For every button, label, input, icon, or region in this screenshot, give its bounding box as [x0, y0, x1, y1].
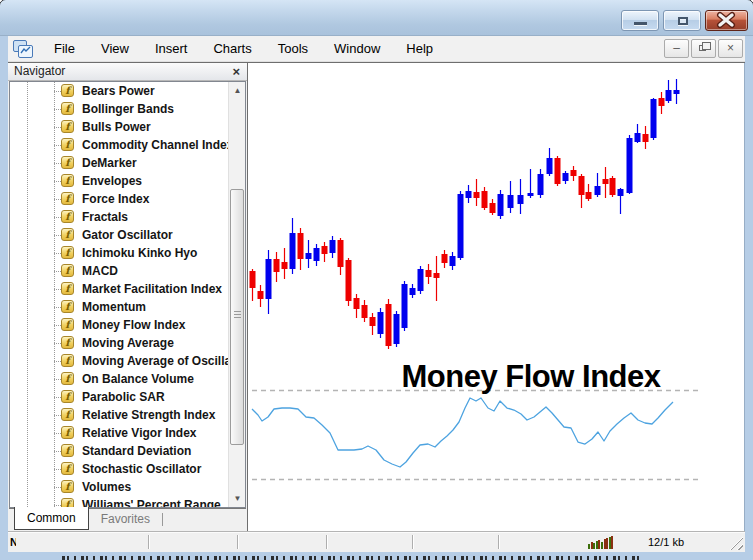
navigator-item-gator-oscillator[interactable]: fGator Oscillator [10, 226, 228, 244]
indicator-function-icon: f [61, 84, 74, 97]
navigator-item-label: Williams' Percent Range [82, 498, 221, 508]
menu-item-tools[interactable]: Tools [265, 37, 321, 60]
menu-item-window[interactable]: Window [321, 37, 393, 60]
navigator-item-ichimoku-kinko-hyo[interactable]: fIchimoku Kinko Hyo [10, 244, 228, 262]
indicator-function-icon: f [61, 372, 74, 385]
statusbar-separator [412, 535, 413, 549]
chart-area[interactable]: Money Flow Index [248, 63, 745, 532]
scroll-up-icon[interactable]: ▲ [229, 82, 246, 99]
menu-bar: FileViewInsertChartsToolsWindowHelp – × [8, 36, 745, 62]
mdi-minimize-button[interactable]: – [664, 39, 689, 58]
navigator-close-icon[interactable]: × [232, 63, 240, 80]
navigator-item-label: Parabolic SAR [82, 390, 165, 404]
navigator-item-label: Relative Strength Index [82, 408, 215, 422]
indicator-function-icon: f [61, 390, 74, 403]
chart-svg: Money Flow Index [248, 63, 745, 532]
navigator-scrollbar[interactable]: ▲ ▼ [228, 82, 245, 507]
indicator-function-icon: f [61, 138, 74, 151]
navigator-item-label: Moving Average of Oscillator [82, 354, 228, 368]
navigator-item-demarker[interactable]: fDeMarker [10, 154, 228, 172]
indicator-function-icon: f [61, 174, 74, 187]
resize-grip[interactable] [729, 536, 743, 550]
navigator-item-market-facilitation-index[interactable]: fMarket Facilitation Index [10, 280, 228, 298]
navigator-item-money-flow-index[interactable]: fMoney Flow Index [10, 316, 228, 334]
navigator-item-standard-deviation[interactable]: fStandard Deviation [10, 442, 228, 460]
mt4-window: FileViewInsertChartsToolsWindowHelp – × … [0, 0, 753, 560]
minimize-button[interactable] [621, 10, 659, 31]
menu-item-insert[interactable]: Insert [142, 37, 201, 60]
navigator-item-macd[interactable]: fMACD [10, 262, 228, 280]
indicator-function-icon: f [61, 408, 74, 421]
indicator-function-icon: f [61, 462, 74, 475]
menu-item-help[interactable]: Help [393, 37, 446, 60]
menu-item-view[interactable]: View [88, 37, 142, 60]
navigator-item-label: Stochastic Oscillator [82, 462, 201, 476]
scroll-down-icon[interactable]: ▼ [229, 490, 246, 507]
navigator-item-label: Fractals [82, 210, 128, 224]
statusbar-separator [326, 535, 327, 549]
navigator-item-label: Momentum [82, 300, 146, 314]
title-bar[interactable] [0, 0, 753, 36]
navigator-item-fractals[interactable]: fFractals [10, 208, 228, 226]
indicator-function-icon: f [61, 156, 74, 169]
close-button[interactable] [705, 10, 748, 31]
navigator-item-label: Bulls Power [82, 120, 151, 134]
tab-common[interactable]: Common [14, 507, 89, 530]
navigator-item-on-balance-volume[interactable]: fOn Balance Volume [10, 370, 228, 388]
navigator-item-bulls-power[interactable]: fBulls Power [10, 118, 228, 136]
clipped-page-text [62, 556, 642, 560]
indicator-function-icon: f [61, 264, 74, 277]
navigator-item-label: Standard Deviation [82, 444, 191, 458]
indicator-title: Money Flow Index [402, 359, 662, 394]
navigator-item-label: Relative Vigor Index [82, 426, 197, 440]
navigator-item-label: Force Index [82, 192, 149, 206]
status-bar: N 12/1 kb [8, 531, 745, 552]
navigator-item-bears-power[interactable]: fBears Power [10, 82, 228, 100]
navigator-header[interactable]: Navigator × [8, 63, 247, 81]
network-traffic-icon [588, 536, 614, 549]
navigator-item-relative-strength-index[interactable]: fRelative Strength Index [10, 406, 228, 424]
navigator-item-parabolic-sar[interactable]: fParabolic SAR [10, 388, 228, 406]
close-icon [706, 11, 747, 30]
statusbar-separator [498, 535, 499, 549]
navigator-item-momentum[interactable]: fMomentum [10, 298, 228, 316]
menu-item-file[interactable]: File [41, 37, 88, 60]
minimize-icon [634, 22, 647, 25]
navigator-item-stochastic-oscillator[interactable]: fStochastic Oscillator [10, 460, 228, 478]
navigator-item-relative-vigor-index[interactable]: fRelative Vigor Index [10, 424, 228, 442]
indicator-function-icon: f [61, 336, 74, 349]
navigator-item-moving-average-of-oscillator[interactable]: fMoving Average of Oscillator [10, 352, 228, 370]
navigator-item-bollinger-bands[interactable]: fBollinger Bands [10, 100, 228, 118]
mdi-restore-button[interactable] [691, 39, 716, 58]
navigator-item-label: Bears Power [82, 84, 155, 98]
menu-item-charts[interactable]: Charts [200, 37, 264, 60]
app-icon [13, 40, 33, 58]
scrollbar-thumb[interactable] [230, 189, 244, 445]
navigator-item-label: Commodity Channel Index [82, 138, 228, 152]
indicator-function-icon: f [61, 228, 74, 241]
navigator-item-moving-average[interactable]: fMoving Average [10, 334, 228, 352]
navigator-item-label: Money Flow Index [82, 318, 185, 332]
navigator-item-envelopes[interactable]: fEnvelopes [10, 172, 228, 190]
navigator-item-label: Bollinger Bands [82, 102, 174, 116]
navigator-item-label: Envelopes [82, 174, 142, 188]
indicator-function-icon: f [61, 300, 74, 313]
navigator-rows: fBears PowerfBollinger BandsfBulls Power… [10, 82, 228, 508]
indicator-function-icon: f [61, 282, 74, 295]
navigator-item-volumes[interactable]: fVolumes [10, 478, 228, 496]
mdi-close-button[interactable]: × [718, 39, 743, 58]
indicator-function-icon: f [61, 102, 74, 115]
navigator-item-label: Volumes [82, 480, 131, 494]
tab-favorites[interactable]: Favorites [89, 509, 162, 530]
navigator-item-force-index[interactable]: fForce Index [10, 190, 228, 208]
navigator-item-commodity-channel-index[interactable]: fCommodity Channel Index [10, 136, 228, 154]
tab-divider [162, 513, 163, 526]
navigator-item-label: Ichimoku Kinko Hyo [82, 246, 197, 260]
maximize-button[interactable] [663, 10, 701, 31]
indicator-function-icon: f [61, 426, 74, 439]
status-clipped-text: N [10, 536, 16, 549]
menu-items: FileViewInsertChartsToolsWindowHelp [41, 37, 446, 60]
window-bottom-frame [0, 552, 753, 560]
navigator-list: fBears PowerfBollinger BandsfBulls Power… [9, 81, 246, 508]
navigator-tabs: Common Favorites [9, 508, 246, 530]
